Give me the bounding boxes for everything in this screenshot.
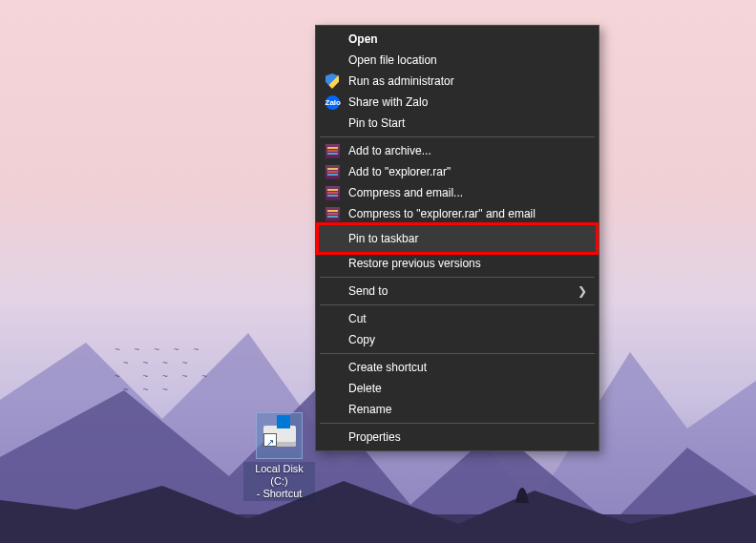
desktop-icon-label-line2: - Shortcut (257, 488, 303, 499)
menu-item-copy[interactable]: Copy (318, 329, 597, 350)
drive-icon: ↗ (263, 426, 296, 447)
menu-item-restore-previous-versions[interactable]: Restore previous versions (318, 253, 597, 274)
menu-separator (320, 277, 595, 278)
archive-icon (324, 163, 341, 180)
menu-separator (320, 304, 595, 305)
menu-separator (320, 353, 595, 354)
menu-separator (320, 423, 595, 424)
menu-item-compress-and-email[interactable]: Compress and email... (318, 182, 597, 203)
archive-icon (324, 184, 341, 201)
menu-item-open-file-location[interactable]: Open file location (318, 50, 597, 71)
desktop-shortcut-local-disk-c[interactable]: ↗ Local Disk (C:) - Shortcut (243, 412, 315, 501)
menu-item-send-to[interactable]: Send to ❯ (318, 281, 597, 302)
desktop-icon-label-line1: Local Disk (C:) (255, 463, 304, 487)
zalo-icon: Zalo (324, 94, 341, 111)
archive-icon (324, 205, 341, 222)
menu-separator (320, 136, 595, 137)
menu-item-cut[interactable]: Cut (318, 308, 597, 329)
menu-item-create-shortcut[interactable]: Create shortcut (318, 357, 597, 378)
menu-item-add-to-explorer-rar[interactable]: Add to "explorer.rar" (318, 161, 597, 182)
shield-icon (324, 73, 341, 90)
context-menu: Open Open file location Run as administr… (315, 25, 599, 451)
menu-item-run-as-administrator[interactable]: Run as administrator (318, 71, 597, 92)
menu-item-pin-to-taskbar[interactable]: Pin to taskbar (318, 224, 597, 253)
menu-item-properties[interactable]: Properties (318, 427, 597, 448)
archive-icon (324, 142, 341, 159)
menu-item-open[interactable]: Open (318, 29, 597, 50)
menu-item-add-to-archive[interactable]: Add to archive... (318, 140, 597, 161)
menu-item-share-with-zalo[interactable]: Zalo Share with Zalo (318, 92, 597, 113)
menu-item-compress-to-explorer-and-email[interactable]: Compress to "explorer.rar" and email (318, 203, 597, 224)
menu-item-rename[interactable]: Rename (318, 399, 597, 420)
menu-item-delete[interactable]: Delete (318, 378, 597, 399)
birds-decoration: ~ ~ ~ ~ ~ ~ ~ ~ ~~ ~ ~ ~ ~ ~ ~ ~ (115, 344, 305, 397)
chevron-right-icon: ❯ (578, 284, 587, 298)
menu-item-pin-to-start[interactable]: Pin to Start (318, 113, 597, 134)
